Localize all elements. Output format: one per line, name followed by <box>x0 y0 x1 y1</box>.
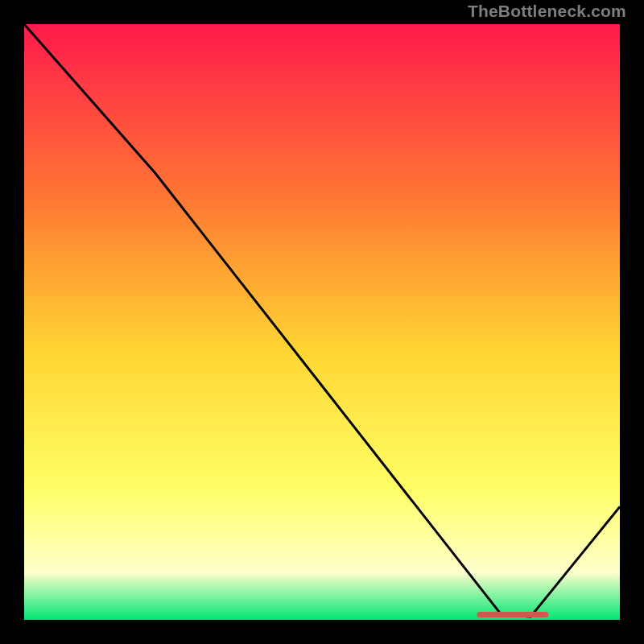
chart-svg <box>24 24 620 620</box>
optimal-region-marker <box>477 612 548 617</box>
gradient-background <box>24 24 620 620</box>
chart-frame: TheBottleneck.com <box>0 0 644 644</box>
plot-area <box>24 24 620 620</box>
attribution-text: TheBottleneck.com <box>468 2 626 21</box>
